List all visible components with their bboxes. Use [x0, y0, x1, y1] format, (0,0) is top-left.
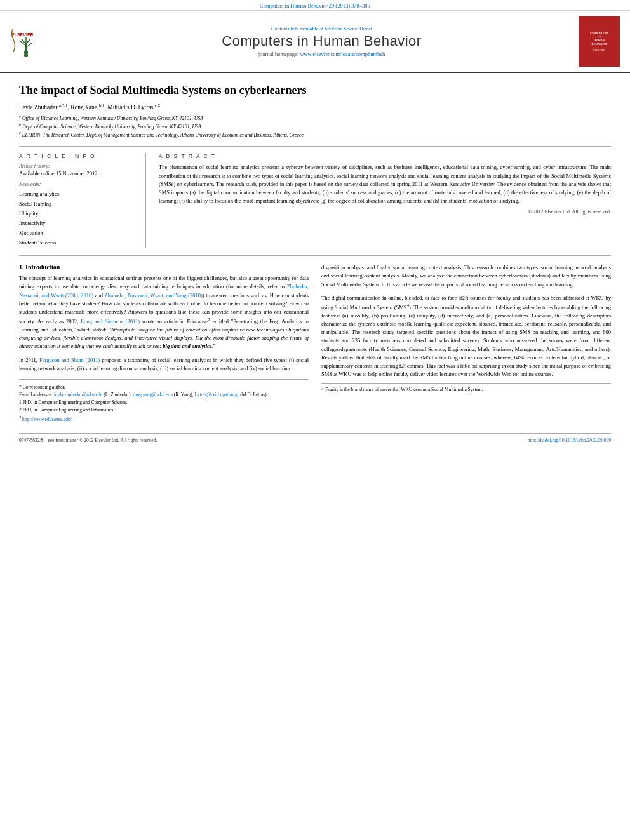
article-title: The impact of Social Multimedia Systems … — [19, 83, 611, 98]
intro-title: 1. Introduction — [19, 263, 309, 270]
footnotes-section: * Corresponding author. E-mail addresses… — [19, 379, 309, 423]
right-para-2: The digital communication in online, ble… — [321, 294, 611, 379]
educause-link[interactable]: http://www.educause.edu/. — [22, 416, 73, 422]
copyright-line: © 2012 Elsevier Ltd. All rights reserved… — [159, 209, 611, 215]
contents-available-text: Contents lists available at — [271, 26, 323, 32]
sciverse-line: Contents lists available at SciVerse Sci… — [65, 26, 579, 32]
keyword-6: Students' success — [19, 238, 137, 248]
abstract-text: The phenomenon of social learning analyt… — [159, 163, 611, 205]
affiliation-c: ELTRUN, The Research Center, Dept. of Ma… — [22, 132, 304, 138]
copyright-notice: 0747-5632/$ – see front matter © 2012 El… — [19, 437, 157, 443]
info-section: A R T I C L E I N F O Article history: A… — [19, 153, 611, 248]
main-content: The impact of Social Multimedia Systems … — [0, 73, 630, 433]
body-right-column: disposition analysis; and finally, socia… — [321, 263, 611, 423]
abstract-column: A B S T R A C T The phenomenon of social… — [159, 153, 611, 248]
affiliation-b: Dept. of Computer Science, Western Kentu… — [22, 123, 201, 129]
ref-zhuhadar-2010[interactable]: Zhuhadar, Nasraoui, Wyatt, and Yang (201… — [105, 292, 203, 298]
journal-header: ELSEVIER Contents lists available at Sci… — [0, 11, 630, 73]
footnote-2: 2 PhD, in Computer Engineering and Infor… — [19, 406, 309, 414]
footnote-3: 3 http://www.educause.edu/. — [19, 414, 309, 423]
footnote-1: 1 PhD, in Computer Engineering and Compu… — [19, 399, 309, 406]
email-lytras[interactable]: Lytras@ceid.upatras.gr — [194, 392, 239, 397]
keyword-1: Learning analytics — [19, 189, 137, 199]
keyword-4: Interactivity — [19, 218, 137, 228]
page-container: Computers in Human Behavior 29 (2013) 37… — [0, 0, 630, 840]
homepage-link[interactable]: www.elsevier.com/locate/comphumbeh — [300, 51, 385, 57]
keyword-2: Social learning — [19, 199, 137, 209]
journal-cover-thumbnail: COMPUTERSINHUMANBEHAVIOR ELSEVIER — [579, 16, 620, 67]
journal-citation: Computers in Human Behavior 29 (2013) 37… — [260, 3, 370, 9]
email-leyla[interactable]: leyla.zhuhadar@wku.edu — [54, 392, 102, 397]
footnote-corresponding: * Corresponding author. — [19, 383, 309, 391]
body-divider — [19, 255, 611, 256]
article-info-column: A R T I C L E I N F O Article history: A… — [19, 153, 146, 248]
affiliations: a Office of Distance Learning, Western K… — [19, 114, 611, 139]
keyword-5: Motivation — [19, 229, 137, 238]
bottom-bar: 0747-5632/$ – see front matter © 2012 El… — [19, 433, 611, 447]
article-info-header: A R T I C L E I N F O — [19, 153, 137, 159]
elsevier-logo: ELSEVIER — [10, 23, 55, 60]
right-para-1: disposition analysis; and finally, socia… — [321, 263, 611, 289]
ref-ferguson-shum[interactable]: Ferguson and Shum (2011) — [39, 357, 100, 363]
svg-text:ELSEVIER: ELSEVIER — [11, 32, 34, 37]
top-banner: Computers in Human Behavior 29 (2013) 37… — [0, 0, 630, 11]
svg-rect-0 — [10, 23, 55, 58]
ref-long-siemens[interactable]: Long and Siemens (2011) — [81, 318, 140, 324]
journal-title: Computers in Human Behavior — [65, 33, 579, 50]
doi-link[interactable]: http://dx.doi.org/10.1016/j.chb.2012.09.… — [528, 437, 611, 443]
abstract-header: A B S T R A C T — [159, 153, 611, 159]
keyword-3: Ubiquity — [19, 209, 137, 218]
keywords-list: Learning analytics Social learning Ubiqu… — [19, 189, 137, 248]
keywords-label: Keywords: — [19, 182, 137, 187]
article-divider — [19, 146, 611, 147]
footnote-4: 4 Tegrity is the brand name of server th… — [321, 387, 611, 392]
history-label: Article history: — [19, 163, 137, 169]
svg-rect-9 — [24, 51, 28, 54]
intro-para-2: In 2011, Ferguson and Shum (2011) propos… — [19, 356, 309, 373]
right-footnote: 4 Tegrity is the brand name of server th… — [321, 383, 611, 392]
journal-homepage: journal homepage: www.elsevier.com/locat… — [65, 51, 579, 57]
affiliation-a: Office of Distance Learning, Western Ken… — [22, 115, 203, 121]
authors-line: Leyla Zhuhadar a,*,1, Rong Yang b,1, Mil… — [19, 103, 611, 110]
journal-center: Contents lists available at SciVerse Sci… — [65, 26, 579, 57]
sciverse-link[interactable]: SciVerse ScienceDirect — [325, 26, 372, 32]
body-left-column: 1. Introduction The concept of learning … — [19, 263, 309, 423]
intro-para-1: The concept of learning analytics in edu… — [19, 274, 309, 350]
email-rong[interactable]: rong.yang@wku.edu — [133, 392, 173, 397]
elsevier-svg: ELSEVIER — [10, 23, 55, 58]
history-value: Available online 15 November 2012 — [19, 170, 137, 177]
body-content: 1. Introduction The concept of learning … — [19, 263, 611, 423]
footnote-email: E-mail addresses: leyla.zhuhadar@wku.edu… — [19, 391, 309, 399]
